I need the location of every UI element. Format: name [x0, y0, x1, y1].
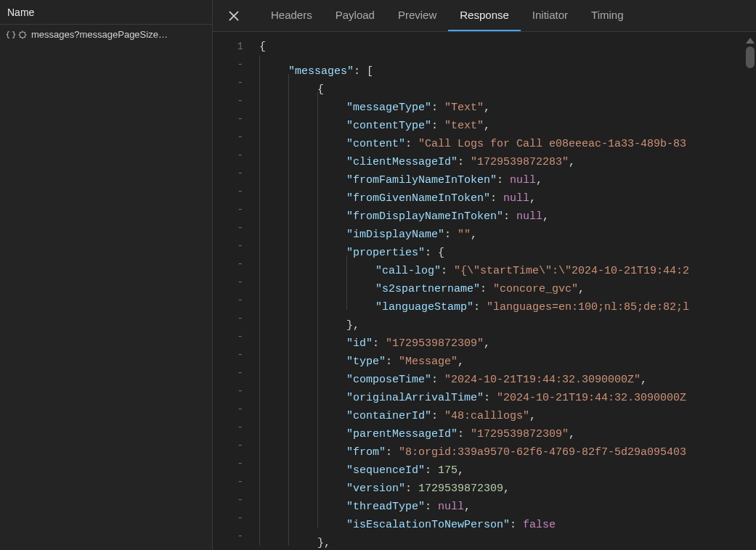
request-list-header: Name	[0, 0, 212, 25]
tab-timing[interactable]: Timing	[580, 0, 635, 31]
detail-panel: Headers Payload Preview Response Initiat…	[213, 0, 756, 550]
response-code[interactable]: {"messages": [{"messageType": "Text","co…	[249, 32, 756, 550]
json-icon	[6, 30, 27, 40]
tabs: Headers Payload Preview Response Initiat…	[259, 0, 635, 31]
tab-preview[interactable]: Preview	[386, 0, 448, 31]
scrollbar[interactable]	[746, 38, 755, 68]
close-button[interactable]	[216, 0, 252, 32]
line-gutter: 1---------------------------	[213, 32, 249, 550]
scroll-thumb[interactable]	[746, 46, 755, 68]
request-row[interactable]: messages?messagePageSize…	[0, 25, 212, 44]
tab-initiator[interactable]: Initiator	[521, 0, 580, 31]
tab-payload[interactable]: Payload	[324, 0, 386, 31]
tab-headers[interactable]: Headers	[259, 0, 324, 31]
close-icon	[227, 9, 240, 22]
app-root: Name messages?messagePageSize…	[0, 0, 756, 550]
response-code-area: 1--------------------------- {"messages"…	[213, 32, 756, 550]
tab-response[interactable]: Response	[448, 0, 521, 31]
request-list-panel: Name messages?messagePageSize…	[0, 0, 213, 550]
request-name: messages?messagePageSize…	[31, 29, 168, 40]
scroll-up-icon	[746, 38, 755, 44]
detail-tabbar: Headers Payload Preview Response Initiat…	[213, 0, 756, 32]
